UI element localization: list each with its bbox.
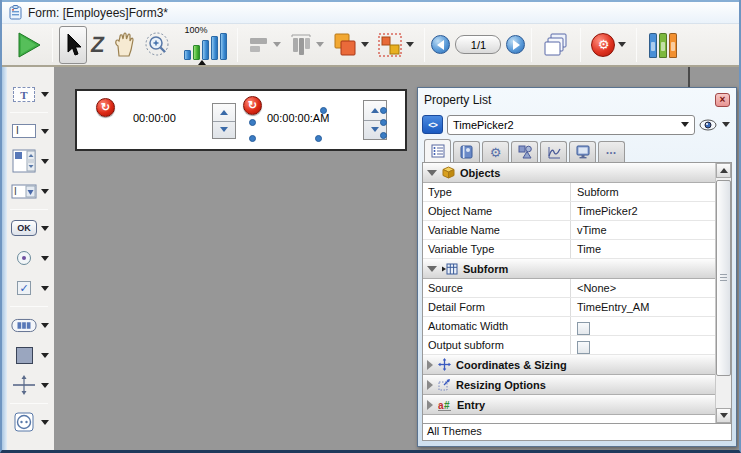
property-row-detail-form[interactable]: Detail Form TimeEntry_AM: [423, 298, 715, 317]
chevron-down-icon[interactable]: [406, 42, 414, 47]
zoom-bar-50[interactable]: [184, 50, 191, 60]
property-row-type[interactable]: Type Subform: [423, 183, 715, 202]
tab-objects[interactable]: [511, 141, 538, 162]
stepper-down-icon[interactable]: [371, 127, 379, 132]
automatic-width-checkbox[interactable]: [577, 322, 590, 335]
tab-display[interactable]: [569, 141, 596, 162]
timepicker1-value[interactable]: 00:00:00: [133, 112, 176, 124]
expand-triangle-icon[interactable]: [427, 400, 433, 410]
zoom-tool-button[interactable]: [140, 26, 176, 64]
zoom-bar-100-active[interactable]: [193, 45, 200, 60]
selection-handle[interactable]: [315, 135, 322, 142]
zoom-level-control[interactable]: 100%: [180, 26, 231, 64]
move-tool-button[interactable]: [108, 26, 140, 64]
timepicker2-value[interactable]: 00:00:00:AM: [267, 112, 329, 124]
chevron-down-icon[interactable]: [41, 92, 49, 97]
splitter-tool[interactable]: [2, 373, 54, 397]
form-properties-button[interactable]: ⚙: [587, 26, 630, 64]
property-grid-scrollbar[interactable]: [715, 163, 731, 423]
section-header-entry[interactable]: a # Entry: [423, 395, 715, 415]
next-page-button[interactable]: [506, 35, 525, 54]
chevron-down-icon[interactable]: [361, 42, 369, 47]
radio-button-tool[interactable]: [2, 246, 54, 270]
expand-triangle-icon[interactable]: [427, 380, 433, 390]
library-button[interactable]: [643, 26, 681, 64]
output-subform-checkbox[interactable]: [577, 341, 590, 354]
input-field-tool[interactable]: I: [2, 119, 54, 143]
property-row-variable-name[interactable]: Variable Name vTime: [423, 221, 715, 240]
view-options-button[interactable]: [699, 119, 732, 131]
chevron-down-icon[interactable]: [316, 42, 324, 47]
property-row-source[interactable]: Source <None>: [423, 279, 715, 298]
stepper-down-icon[interactable]: [220, 127, 228, 132]
tab-list-view[interactable]: [424, 139, 451, 162]
run-form-button[interactable]: [12, 26, 46, 64]
property-row-variable-type[interactable]: Variable Type Time: [423, 240, 715, 259]
checkbox-tool[interactable]: ✓: [2, 276, 54, 300]
static-text-tool[interactable]: T: [2, 82, 54, 106]
object-selector-dropdown[interactable]: TimePicker2: [447, 115, 695, 135]
chevron-down-icon[interactable]: [41, 353, 49, 358]
form-pages-button[interactable]: [538, 26, 574, 64]
property-list-titlebar[interactable]: Property List ×: [422, 88, 732, 111]
selection-handle[interactable]: [249, 135, 256, 142]
tab-more[interactable]: •••: [598, 141, 625, 162]
tab-settings[interactable]: ⚙: [482, 141, 509, 162]
zoom-bar-400[interactable]: [211, 36, 218, 60]
object-level-button[interactable]: [328, 26, 373, 64]
chevron-down-icon[interactable]: [41, 286, 49, 291]
button-grid-tool[interactable]: [2, 313, 54, 337]
tab-data[interactable]: [453, 141, 480, 162]
section-header-resizing[interactable]: Resizing Options: [423, 375, 715, 395]
section-header-objects[interactable]: Objects: [423, 163, 715, 183]
zoom-bar-800[interactable]: [220, 33, 227, 60]
scroll-down-button[interactable]: [716, 408, 731, 423]
edit-code-button[interactable]: <>: [422, 115, 443, 134]
stepper-up-icon[interactable]: [220, 110, 228, 115]
align-objects-button[interactable]: [244, 26, 285, 64]
chevron-down-icon[interactable]: [41, 189, 49, 194]
expand-triangle-icon[interactable]: [427, 360, 433, 370]
selection-tool-button[interactable]: [59, 26, 87, 64]
chevron-down-icon[interactable]: [618, 42, 626, 47]
selection-handle[interactable]: [380, 132, 387, 139]
timepicker1-stepper[interactable]: [212, 103, 236, 139]
chevron-down-icon[interactable]: [41, 383, 49, 388]
collapse-triangle-icon[interactable]: [427, 170, 437, 176]
chevron-down-icon[interactable]: [41, 256, 49, 261]
property-row-automatic-width[interactable]: Automatic Width: [423, 317, 715, 336]
plugin-area-tool[interactable]: [2, 410, 54, 434]
form-design-canvas[interactable]: ↻ 00:00:00 ↻ 00:00:00:AM: [54, 67, 739, 451]
selection-handle[interactable]: [380, 107, 387, 114]
section-header-subform[interactable]: Subform: [423, 259, 715, 279]
property-row-object-name[interactable]: Object Name TimePicker2: [423, 202, 715, 221]
rectangle-tool[interactable]: [2, 343, 54, 367]
form-page-area[interactable]: ↻ 00:00:00 ↻ 00:00:00:AM: [75, 89, 407, 151]
close-icon[interactable]: ×: [715, 93, 730, 107]
chevron-down-icon[interactable]: [41, 226, 49, 231]
stepper-up-icon[interactable]: [371, 108, 379, 113]
chevron-down-icon[interactable]: [273, 42, 281, 47]
selection-handle[interactable]: [249, 119, 256, 126]
scroll-up-button[interactable]: [716, 163, 731, 178]
scrollbar-thumb[interactable]: [716, 180, 731, 376]
chevron-down-icon[interactable]: [41, 420, 49, 425]
combo-box-tool[interactable]: I: [2, 179, 54, 203]
theme-filter-bar[interactable]: All Themes: [422, 424, 732, 441]
chevron-down-icon[interactable]: [41, 323, 49, 328]
distribute-objects-button[interactable]: [285, 26, 328, 64]
selection-handle[interactable]: [320, 107, 327, 114]
property-row-output-subform[interactable]: Output subform: [423, 336, 715, 355]
entry-order-tool-button[interactable]: Z: [87, 26, 108, 64]
collapse-triangle-icon[interactable]: [427, 266, 437, 272]
group-objects-button[interactable]: [373, 26, 418, 64]
button-tool[interactable]: OK: [2, 216, 54, 240]
selection-handle[interactable]: [380, 119, 387, 126]
section-header-coordinates[interactable]: Coordinates & Sizing: [423, 355, 715, 375]
tab-events[interactable]: [540, 141, 567, 162]
chevron-down-icon[interactable]: [41, 129, 49, 134]
zoom-bar-200[interactable]: [202, 40, 209, 60]
list-box-tool[interactable]: [2, 149, 54, 173]
previous-page-button[interactable]: [431, 35, 450, 54]
chevron-down-icon[interactable]: [41, 159, 49, 164]
